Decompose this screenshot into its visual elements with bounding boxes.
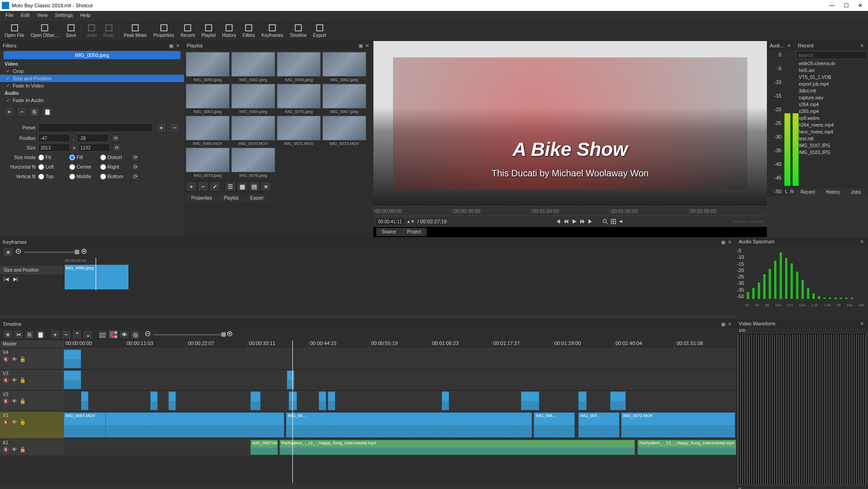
cut-button[interactable]: ✂ <box>14 330 24 339</box>
lock-icon[interactable]: 🔓 <box>20 447 26 453</box>
close-icon[interactable]: ✕ <box>860 321 865 326</box>
sizemode-fill[interactable] <box>69 154 75 160</box>
close-icon[interactable]: ✕ <box>728 321 733 327</box>
menu-view[interactable]: View <box>34 11 51 21</box>
position-reset[interactable]: ⟳ <box>112 134 120 142</box>
play-icon[interactable] <box>572 219 577 224</box>
playlist-thumb[interactable]: IMG_0070.MOV <box>231 116 275 146</box>
skip-start-icon[interactable] <box>555 219 561 224</box>
timeline-clip[interactable] <box>578 391 587 410</box>
recent-item[interactable]: hevc_nvenc.mp4 <box>795 129 868 135</box>
timeline-clip[interactable]: IMG_006… <box>534 412 575 438</box>
scrub-button[interactable]: 👁 <box>119 330 129 339</box>
playlist-add[interactable]: + <box>186 181 197 191</box>
lift-button[interactable]: ⌃ <box>72 330 82 339</box>
lock-icon[interactable]: 🔓 <box>20 356 26 362</box>
window-close[interactable]: ✕ <box>858 2 863 9</box>
close-icon[interactable]: ✕ <box>860 43 865 48</box>
track-row[interactable] <box>64 391 736 412</box>
tab-project[interactable]: Project <box>402 228 427 236</box>
lock-icon[interactable]: 🔓 <box>20 398 26 404</box>
filter-item[interactable]: ✓Fade In Audio <box>0 97 184 104</box>
append-button[interactable]: + <box>50 330 60 339</box>
playlist-thumb[interactable]: IMG_0062.jpeg <box>322 52 366 82</box>
fastfwd-icon[interactable] <box>580 219 585 224</box>
timeline-clip[interactable]: Pachyderm_-_13_-_Happy_Song_instrumental… <box>280 440 635 455</box>
toolbar-save[interactable]: Save <box>63 23 79 39</box>
mute-icon[interactable]: 🔇 <box>3 398 9 404</box>
zoom-in-icon[interactable] <box>227 331 234 338</box>
preview-ruler[interactable]: 00:00:00:0000:00:30:0000:01:00:0000:01:3… <box>373 206 767 216</box>
position-x[interactable] <box>38 134 70 142</box>
toolbar-keyframes[interactable]: Keyframes <box>259 23 286 39</box>
track-header[interactable]: V3🔇👁🔓 <box>0 370 64 391</box>
eye-icon[interactable]: 👁 <box>12 447 17 453</box>
copy-filter-button[interactable]: ⎘ <box>29 107 40 117</box>
playlist-thumb[interactable]: IMG_0071.MOV <box>277 116 321 146</box>
timeline-clip[interactable] <box>442 391 449 410</box>
view-list[interactable]: ☰ <box>225 181 236 191</box>
track-header[interactable]: V2🔇👁🔓 <box>0 391 64 412</box>
timeline-clip[interactable] <box>64 371 81 389</box>
timeline-clip[interactable] <box>319 391 326 410</box>
menu-edit[interactable]: Edit <box>18 11 32 21</box>
close-icon[interactable]: ✕ <box>860 239 865 244</box>
eye-icon[interactable]: 👁 <box>12 377 17 383</box>
sizemode-fit[interactable] <box>38 154 44 160</box>
preview-current-tc[interactable]: 00:00:41:11 <box>376 219 404 225</box>
tab-export[interactable]: Export <box>245 194 269 202</box>
track-header[interactable]: A1🔇👁🔓 <box>0 439 64 456</box>
window-maximize[interactable]: ☐ <box>844 2 849 9</box>
recent-item[interactable]: hiri5.avi <box>795 67 868 74</box>
recent-item[interactable]: VTS_01_1.VOB <box>795 74 868 81</box>
hfit-right[interactable] <box>100 164 106 170</box>
grid-icon[interactable] <box>611 219 616 224</box>
vfit-bottom[interactable] <box>100 174 106 180</box>
kf-playhead[interactable] <box>96 257 96 290</box>
mute-icon[interactable]: 🔇 <box>3 377 9 383</box>
timeline-clip[interactable]: IMG_0072.MOV <box>621 412 735 438</box>
track-row[interactable]: IMG_0057.MOVIMG_06…IMG_006…IMG_007…IMG_0… <box>64 412 736 439</box>
filter-item[interactable]: ✓Size and Position <box>0 75 184 82</box>
timeline-playhead[interactable] <box>292 340 293 483</box>
tab-recent[interactable]: Recent <box>795 188 821 196</box>
kf-next-icon[interactable]: ▶| <box>13 276 18 282</box>
vfit-reset[interactable]: ⟳ <box>131 172 139 180</box>
copy-button[interactable]: ⎘ <box>25 330 35 339</box>
split-button[interactable]: ▯▯ <box>97 330 107 339</box>
timeline-clip[interactable] <box>81 391 88 410</box>
sizemode-distort[interactable] <box>100 154 106 160</box>
recent-item[interactable]: vp9.webm <box>795 115 868 122</box>
kf-prev-icon[interactable]: |◀ <box>4 276 9 282</box>
toolbar-props[interactable]: Properties <box>151 23 177 39</box>
tab-history[interactable]: History <box>821 188 846 196</box>
filter-item[interactable]: ✓Crop <box>0 67 184 75</box>
toolbar-redo[interactable]: Redo <box>101 23 117 39</box>
close-icon[interactable]: ✕ <box>787 43 792 48</box>
size-h[interactable] <box>78 144 110 152</box>
kf-menu[interactable]: ≡ <box>3 247 14 257</box>
tl-zoom-slider[interactable] <box>153 334 226 335</box>
mute-icon[interactable]: 🔇 <box>3 356 9 362</box>
zoom-in-icon[interactable] <box>81 248 88 256</box>
toolbar-timeline[interactable]: Timeline <box>287 23 309 39</box>
timeline-clip[interactable] <box>287 371 294 389</box>
filter-clip-name[interactable]: IMG_0050.jpeg <box>4 51 180 59</box>
preset-remove[interactable]: − <box>169 123 180 133</box>
recent-item[interactable]: export job.mp4 <box>795 81 868 88</box>
timeline-clip[interactable]: IMG_007… <box>578 412 619 438</box>
close-icon[interactable]: ✕ <box>176 43 181 48</box>
undock-icon[interactable]: ▣ <box>721 239 726 245</box>
mute-icon[interactable]: 🔇 <box>3 419 9 425</box>
undock-icon[interactable]: ▣ <box>358 43 364 48</box>
overwrite-button[interactable]: ⌄ <box>83 330 93 339</box>
recent-item[interactable]: h264_nvenc.mp4 <box>795 122 868 129</box>
toolbar-undo[interactable]: Undo <box>83 23 100 39</box>
recent-item[interactable]: test.mlt <box>795 135 868 142</box>
playlist-thumb[interactable]: IMG_0076.jpeg <box>231 148 275 178</box>
hfit-left[interactable] <box>38 164 44 170</box>
playlist-thumb[interactable]: IMG_0061.jpeg <box>231 52 275 82</box>
zoom-icon[interactable] <box>602 219 608 224</box>
paste-filter-button[interactable]: 📋 <box>42 107 53 117</box>
track-row[interactable] <box>64 370 736 391</box>
